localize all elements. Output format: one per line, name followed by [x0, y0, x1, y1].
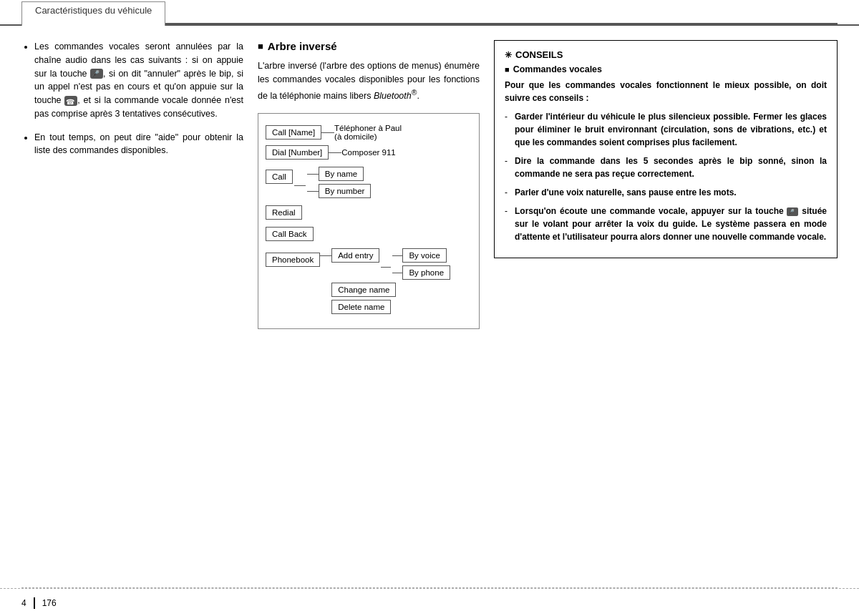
- middle-column: Arbre inversé L'arbre inversé (l'arbre d…: [258, 40, 480, 580]
- tip-1: Garder l'intérieur du véhicule le plus s…: [505, 110, 827, 149]
- header-tab-label: Caractéristiques du véhicule: [35, 5, 152, 16]
- left-list-item-2: En tout temps, on peut dire "aide" pour …: [34, 131, 243, 158]
- add-entry-node: Add entry: [331, 248, 379, 263]
- phonebook-branches: Add entry By voice: [320, 248, 450, 314]
- footer-separator: [34, 597, 35, 609]
- footer-page-sub: 176: [42, 598, 57, 608]
- registered-mark: ®: [412, 89, 417, 97]
- left-column: Les commandes vocales seront annulées pa…: [21, 40, 243, 580]
- h-line-top: [294, 185, 306, 186]
- mic-icon: [90, 69, 103, 79]
- conseils-title-text: CONSEILS: [515, 49, 563, 60]
- conseils-list: Garder l'intérieur du véhicule le plus s…: [505, 110, 827, 243]
- header-bar: Caractéristiques du véhicule: [0, 0, 859, 26]
- call-name-desc: Téléphoner à Paul(à domicile): [334, 124, 402, 141]
- tip-3: Parler d'une voix naturelle, sans pause …: [505, 186, 827, 199]
- section-title-text: Arbre inversé: [268, 40, 337, 52]
- conseils-subtitle: Commandes vocales: [505, 64, 827, 74]
- section-title: Arbre inversé: [258, 40, 480, 52]
- by-name-row: By name: [307, 167, 372, 181]
- by-voice-node: By voice: [402, 248, 446, 263]
- call-sub-branches: By name By number: [307, 167, 372, 198]
- by-name-node: By name: [319, 167, 364, 181]
- phone-icon: [64, 96, 77, 106]
- call-vline-area: [293, 167, 307, 198]
- phonebook-node: Phonebook: [266, 253, 320, 267]
- tip-2: Dire la commande dans les 5 secondes apr…: [505, 155, 827, 180]
- ae-h-connector: [379, 248, 392, 280]
- tree-row-call: Call By name: [266, 167, 472, 198]
- by-phone-row: By phone: [392, 265, 450, 280]
- section-desc: L'arbre inversé (l'arbre des options de …: [258, 59, 480, 103]
- tip-4: Lorsqu'on écoute une commande vocale, ap…: [505, 205, 827, 243]
- bluetooth-text: Bluetooth: [374, 91, 412, 101]
- h-seg-name: [307, 174, 319, 175]
- ae-h-line: [381, 267, 391, 268]
- change-name-row: Change name: [331, 283, 450, 297]
- call-name-node: Call [Name]: [266, 125, 321, 140]
- redial-node: Redial: [266, 205, 302, 220]
- delete-name-node: Delete name: [331, 300, 391, 314]
- ae-sub: By voice By phone: [392, 248, 450, 280]
- conseils-intro: Pour que les commandes vocales fonctionn…: [505, 79, 827, 104]
- ph-add-entry-group: Add entry By voice: [331, 248, 450, 280]
- tree-row-redial: Redial: [266, 205, 472, 220]
- call-branch-group: By name By number: [293, 167, 372, 198]
- conseils-subtitle-text: Commandes vocales: [513, 64, 602, 74]
- footer-page-num: 4: [21, 598, 26, 608]
- ph-hline: [320, 255, 331, 256]
- callback-node: Call Back: [266, 227, 314, 241]
- by-number-row: By number: [307, 184, 372, 198]
- tree-row-callback: Call Back: [266, 227, 472, 241]
- by-phone-node: By phone: [402, 265, 450, 280]
- dial-number-node: Dial [Number]: [266, 145, 329, 160]
- ph-sub-container: Add entry By voice: [331, 248, 450, 314]
- main-content: Les commandes vocales seront annulées pa…: [0, 26, 859, 587]
- dial-desc: Composer 911: [341, 148, 395, 157]
- tree-row-dial: Dial [Number] Composer 911: [266, 145, 472, 160]
- h-seg-phone: [392, 273, 402, 273]
- add-entry-branches: By voice By phone: [379, 248, 450, 280]
- change-name-node: Change name: [331, 283, 396, 297]
- by-voice-row: By voice: [392, 248, 450, 263]
- connector-line2: [329, 152, 341, 153]
- mic-inline-icon: [787, 207, 798, 216]
- left-list: Les commandes vocales seront annulées pa…: [21, 40, 243, 157]
- conseils-title: CONSEILS: [505, 49, 827, 60]
- footer-page: 4: [21, 598, 26, 608]
- conseils-box: CONSEILS Commandes vocales Pour que les …: [494, 40, 838, 258]
- tree-row-phonebook: Phonebook Add entry: [266, 248, 472, 314]
- right-column: CONSEILS Commandes vocales Pour que les …: [494, 40, 838, 580]
- call-node: Call: [266, 170, 293, 184]
- h-seg-number: [307, 191, 319, 192]
- footer-area: 4 176: [0, 587, 859, 616]
- tree-diagram: Call [Name] Téléphoner à Paul(à domicile…: [258, 113, 480, 329]
- ph-h-line-area: [320, 248, 331, 314]
- header-tab: Caractéristiques du véhicule: [21, 1, 165, 26]
- h-seg-voice: [392, 255, 402, 256]
- footer: 4 176: [0, 588, 859, 616]
- header-line: [165, 0, 838, 24]
- add-entry-row: Add entry: [331, 248, 379, 263]
- delete-name-row: Delete name: [331, 300, 450, 314]
- by-number-node: By number: [319, 184, 372, 198]
- connector-line: [321, 132, 334, 133]
- call-branches-container: By name By number: [293, 167, 372, 198]
- left-list-item-1: Les commandes vocales seront annulées pa…: [34, 40, 243, 121]
- tree-row-call-name: Call [Name] Téléphoner à Paul(à domicile…: [266, 124, 472, 141]
